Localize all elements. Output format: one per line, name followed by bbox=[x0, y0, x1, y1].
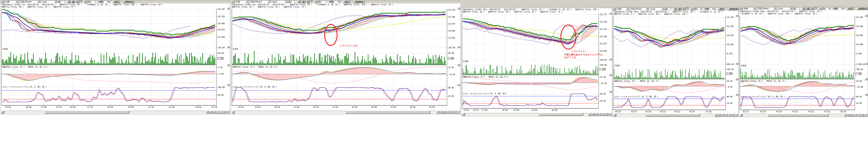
axis-dropdown-button[interactable]: ▼ bbox=[865, 63, 868, 65]
time-axis-label: 07/19 bbox=[760, 111, 766, 113]
scrollbar-thumb[interactable] bbox=[646, 114, 700, 117]
scroll-left-button[interactable]: ◄ bbox=[231, 111, 235, 114]
chart-canvas[interactable] bbox=[739, 0, 868, 117]
scroll-nav-button[interactable]: ◀ bbox=[440, 111, 443, 114]
scrollbar-thumb[interactable] bbox=[539, 113, 583, 116]
scroll-nav-button[interactable]: Ｒ bbox=[453, 111, 456, 114]
time-axis-label: 10:40 bbox=[26, 106, 31, 108]
volume-scale-badge: × 100 bbox=[448, 57, 454, 59]
chart-canvas[interactable] bbox=[612, 0, 739, 117]
scroll-nav-button[interactable]: ▶ bbox=[721, 114, 724, 117]
axis-dropdown-button[interactable]: ▼ bbox=[227, 46, 230, 48]
axis-dropdown-button[interactable]: ▼ bbox=[736, 94, 738, 96]
axis-dropdown-button[interactable]: ▼ bbox=[736, 15, 738, 17]
axis-dropdown-button[interactable]: ▼ bbox=[609, 74, 612, 76]
scrollbar-track[interactable] bbox=[465, 113, 588, 116]
axis-dropdown-button[interactable]: ▼ bbox=[227, 64, 230, 66]
axis-dropdown-button[interactable]: ▼ bbox=[457, 64, 460, 66]
axis-dropdown-button[interactable]: ▼ bbox=[457, 46, 460, 48]
scroll-left-button[interactable]: ◄ bbox=[1, 111, 4, 114]
scroll-nav-button[interactable]: ⤢ bbox=[457, 111, 460, 114]
chart-canvas[interactable]: こういうとことか bbox=[231, 0, 461, 115]
scroll-right-button[interactable]: ► bbox=[715, 114, 718, 117]
time-axis-label: 22:40 bbox=[238, 106, 244, 108]
scroll-nav-button[interactable]: Ｒ bbox=[731, 114, 735, 117]
scroll-nav-button[interactable]: ▶ bbox=[850, 114, 854, 117]
scroll-nav-button[interactable]: Ｒ bbox=[861, 114, 864, 117]
scroll-nav-button[interactable]: ◀ bbox=[209, 111, 213, 114]
axis-dropdown-button[interactable]: ▼ bbox=[609, 91, 612, 93]
scroll-right-button[interactable]: ► bbox=[588, 113, 591, 116]
axis-dropdown-button[interactable]: ▼ bbox=[457, 84, 460, 86]
scroll-nav-button[interactable]: ＋ bbox=[446, 111, 450, 114]
scroll-nav-button[interactable]: ▶ bbox=[595, 113, 598, 116]
scroll-nav-button[interactable]: － bbox=[857, 114, 861, 117]
axis-dropdown-button[interactable]: ▼ bbox=[227, 7, 230, 9]
volume-axis-label: 60.00 bbox=[448, 52, 454, 54]
axis-dropdown-button[interactable]: ▼ bbox=[609, 13, 612, 15]
price-axis-label: 10,050 bbox=[218, 36, 225, 38]
scroll-nav-button[interactable]: Ｒ bbox=[605, 113, 608, 116]
axis-dropdown-button[interactable]: ▼ bbox=[227, 84, 230, 86]
scroll-left-button[interactable]: ◄ bbox=[740, 114, 743, 117]
axis-dropdown-button[interactable]: ▼ bbox=[865, 15, 868, 17]
scroll-nav-button[interactable]: ⤢ bbox=[608, 113, 612, 116]
macd-label: 移動平均( Close, 75 ) MACD( 12, 26, 9 ) bbox=[614, 80, 659, 82]
scrollbar-track[interactable] bbox=[4, 111, 206, 114]
scrollbar-thumb[interactable] bbox=[44, 111, 129, 114]
axis-dropdown-button[interactable]: ▼ bbox=[865, 78, 868, 80]
scroll-nav-button[interactable]: ◀ bbox=[718, 114, 721, 117]
chart-canvas[interactable]: こういうこと。今度も落ちぬけそうなタイミングでしかけてくる。 bbox=[461, 0, 612, 117]
scroll-left-button[interactable]: ◄ bbox=[462, 113, 465, 116]
stochastics-label: スロー・ストキャスティクス( 14, 3, 80, 20 ) bbox=[741, 96, 785, 98]
macd-axis-label: -10.50 bbox=[448, 74, 455, 75]
scroll-left-button[interactable]: ◄ bbox=[613, 114, 616, 117]
macd-label: 移動平均( Close, 75 ) MACD( 12, 26, 9 ) bbox=[2, 66, 48, 68]
stoch-axis-label: 20.00 bbox=[856, 102, 862, 104]
scrollbar-track[interactable] bbox=[235, 111, 436, 114]
scroll-nav-button[interactable]: － bbox=[728, 114, 731, 117]
scroll-nav-button[interactable]: ＋ bbox=[598, 113, 601, 116]
time-axis-label: 07/23 bbox=[464, 109, 469, 111]
scroll-nav-button[interactable]: ⤢ bbox=[735, 114, 738, 117]
scroll-nav-button[interactable]: ＋ bbox=[216, 111, 219, 114]
axis-dropdown-button[interactable]: ▼ bbox=[736, 78, 738, 80]
price-axis-label: 10,100 bbox=[856, 25, 863, 27]
macd-axis-label: -15.00 bbox=[600, 82, 607, 84]
scroll-right-button[interactable]: ► bbox=[844, 114, 847, 117]
scroll-nav-button[interactable]: － bbox=[450, 111, 453, 114]
chart-canvas[interactable] bbox=[0, 0, 230, 115]
axis-dropdown-button[interactable]: ▼ bbox=[609, 58, 612, 61]
axis-dropdown-button[interactable]: ▼ bbox=[736, 63, 738, 65]
time-axis-label: 20:00 bbox=[552, 109, 557, 111]
axis-dropdown-button[interactable]: ▼ bbox=[457, 7, 460, 9]
scroll-nav-button[interactable]: ▶ bbox=[213, 111, 216, 114]
scroll-right-button[interactable]: ► bbox=[206, 111, 209, 114]
annotation-text: 今度も落ちぬけそうなタイミングでし bbox=[564, 53, 603, 56]
scrollbar-track[interactable] bbox=[743, 114, 844, 117]
scrollbar-track[interactable] bbox=[616, 114, 715, 117]
price-axis-label: 10,170 bbox=[727, 17, 734, 18]
scroll-nav-button[interactable]: － bbox=[219, 111, 223, 114]
time-axis-label: 10:20 bbox=[274, 106, 280, 108]
scroll-nav-button[interactable]: － bbox=[601, 113, 605, 116]
time-axis-label: 12:00 bbox=[41, 106, 46, 108]
scroll-nav-button[interactable]: ◀ bbox=[591, 113, 594, 116]
scroll-nav-button[interactable]: ◀ bbox=[847, 114, 850, 117]
scroll-right-button[interactable]: ► bbox=[436, 111, 439, 114]
scroll-nav-button[interactable]: ▶ bbox=[443, 111, 446, 114]
stoch-axis-label: 100.00 bbox=[218, 87, 225, 88]
time-axis-label: 07/21 bbox=[792, 111, 798, 113]
scroll-nav-button[interactable]: ＋ bbox=[854, 114, 857, 117]
chart-15min: 日経225mini 11/09( 15分, 2011/07/15 - 2011/… bbox=[461, 0, 612, 145]
scrollbar-thumb[interactable] bbox=[345, 111, 430, 114]
scroll-nav-button[interactable]: ⤢ bbox=[864, 114, 867, 117]
volume-label: 出来高 bbox=[741, 65, 746, 67]
scroll-nav-button[interactable]: ⤢ bbox=[226, 111, 229, 114]
annotation-text: こういうこと。 bbox=[571, 50, 587, 52]
scroll-nav-button[interactable]: Ｒ bbox=[223, 111, 226, 114]
chart-30min: ▼ 先物 ▼ 日経225mini ▼ 11/09 ▼ 足 1 ◿ 日 週 月 分… bbox=[612, 0, 739, 145]
scroll-nav-button[interactable]: ＋ bbox=[724, 114, 728, 117]
axis-dropdown-button[interactable]: ▼ bbox=[865, 94, 868, 96]
scrollbar-thumb[interactable] bbox=[768, 114, 829, 117]
